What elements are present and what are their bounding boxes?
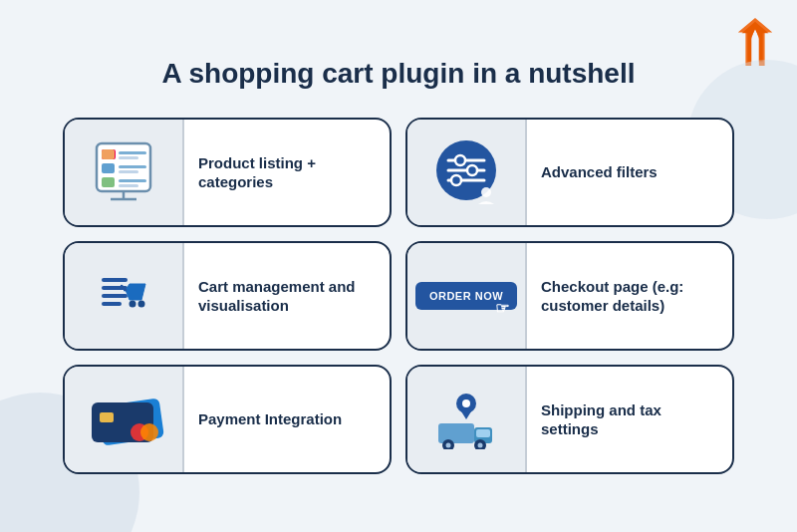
svg-point-23 xyxy=(481,187,491,197)
checkout-icon: ORDER NOW ☞ xyxy=(407,243,527,349)
svg-rect-9 xyxy=(119,156,138,159)
svg-rect-15 xyxy=(119,184,138,187)
svg-rect-12 xyxy=(119,170,138,173)
svg-rect-8 xyxy=(119,151,146,154)
svg-rect-26 xyxy=(102,294,128,298)
svg-marker-38 xyxy=(461,411,471,419)
svg-point-45 xyxy=(478,443,483,448)
card-cart-management-label: Cart management and visualisation xyxy=(184,267,390,326)
svg-point-18 xyxy=(455,155,465,165)
svg-rect-33 xyxy=(100,412,114,422)
svg-point-29 xyxy=(138,301,145,308)
card-payment: Payment Integration xyxy=(63,365,392,474)
card-product-listing-label: Product listing + categories xyxy=(184,143,390,202)
features-grid: Product listing + categories Advanced fi… xyxy=(63,118,734,474)
card-payment-label: Payment Integration xyxy=(184,399,390,439)
card-advanced-filters: Advanced filters xyxy=(405,118,734,227)
svg-point-37 xyxy=(462,399,470,407)
svg-point-35 xyxy=(140,423,158,441)
svg-rect-41 xyxy=(476,429,490,437)
svg-point-43 xyxy=(446,443,451,448)
card-checkout-label: Checkout page (e.g: customer details) xyxy=(527,267,732,326)
svg-point-28 xyxy=(130,301,136,308)
card-product-listing: Product listing + categories xyxy=(63,118,392,227)
svg-rect-27 xyxy=(102,302,122,306)
page-title: A shopping cart plugin in a nutshell xyxy=(162,58,636,90)
cart-management-icon xyxy=(65,243,184,349)
card-shipping: Shipping and tax settings xyxy=(405,365,734,474)
payment-icon xyxy=(65,367,184,472)
order-now-button: ORDER NOW ☞ xyxy=(415,282,517,310)
svg-rect-11 xyxy=(119,165,146,168)
svg-rect-24 xyxy=(102,278,128,282)
svg-point-20 xyxy=(467,165,477,175)
svg-rect-13 xyxy=(102,177,115,187)
svg-rect-14 xyxy=(119,179,146,182)
svg-point-22 xyxy=(451,175,461,185)
card-checkout: ORDER NOW ☞ Checkout page (e.g: customer… xyxy=(405,241,734,351)
svg-rect-7 xyxy=(102,149,115,159)
card-shipping-label: Shipping and tax settings xyxy=(527,391,732,449)
shipping-icon xyxy=(407,367,527,472)
advanced-filters-icon xyxy=(407,120,527,225)
card-cart-management: Cart management and visualisation xyxy=(63,241,392,351)
svg-rect-10 xyxy=(102,163,115,173)
card-advanced-filters-label: Advanced filters xyxy=(527,152,732,192)
cursor-icon: ☞ xyxy=(495,299,510,318)
svg-rect-39 xyxy=(438,423,474,443)
product-listing-icon xyxy=(65,120,184,225)
